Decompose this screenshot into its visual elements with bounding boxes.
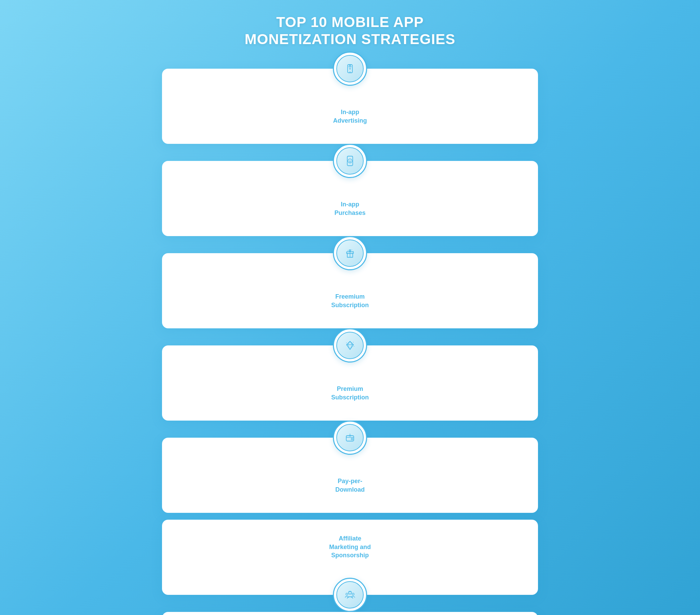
icon-ring-outer [333, 52, 367, 86]
icon-premium-wrapper: ✦ ✦ ✦ [333, 328, 367, 363]
card-pay-per-download: Pay-per-Download [162, 438, 538, 513]
svg-text:✦: ✦ [347, 249, 349, 251]
label-affiliate-marketing: AffiliateMarketing andSponsorship [329, 535, 371, 559]
icon-ring-inner-2: $ [336, 147, 364, 175]
card-email-marketing: EmailMarketing ★ ✦ [162, 612, 538, 615]
users-megaphone-icon [344, 589, 356, 601]
svg-text:✦: ✦ [353, 346, 355, 347]
icon-ring-outer-5 [333, 421, 367, 455]
svg-point-20 [346, 593, 348, 595]
label-pay-per-download: Pay-per-Download [335, 477, 365, 494]
icon-in-app-purchases-wrapper: $ [333, 144, 367, 178]
svg-text:✦: ✦ [353, 250, 354, 252]
icon-ppd-wrapper [333, 421, 367, 455]
bottom-row: AffiliateMarketing andSponsorship [162, 520, 538, 615]
card-in-app-purchases: $ In-appPurchases [162, 161, 538, 236]
icon-ring-outer-6 [333, 578, 367, 612]
icon-freemium-wrapper: ✦ ✦ ✦ [333, 236, 367, 270]
icon-ring-outer-3: ✦ ✦ ✦ [333, 236, 367, 270]
label-freemium-subscription: FreemiumSubscription [331, 292, 369, 309]
svg-point-17 [351, 438, 353, 440]
svg-point-19 [349, 591, 351, 594]
icon-ring-inner-4: ✦ ✦ ✦ [336, 332, 364, 359]
megaphone-mobile-icon [344, 63, 356, 75]
icon-ring-inner [336, 55, 364, 82]
svg-text:✦: ✦ [346, 342, 347, 344]
label-premium-subscription: PremiumSubscription [331, 385, 369, 401]
icon-ring-inner-3: ✦ ✦ ✦ [336, 239, 364, 267]
icon-affiliate-wrapper [333, 578, 367, 612]
svg-text:✦: ✦ [353, 342, 354, 343]
icon-ring-outer-4: ✦ ✦ ✦ [333, 328, 367, 363]
main-container: TOP 10 MOBILE APP MONETIZATION STRATEGIE… [162, 14, 538, 615]
mobile-dollar-icon: $ [344, 155, 356, 167]
diamond-icon: ✦ ✦ ✦ [344, 339, 356, 352]
card-in-app-advertising: In-appAdvertising [162, 69, 538, 144]
page-title: TOP 10 MOBILE APP MONETIZATION STRATEGIE… [162, 14, 538, 48]
label-in-app-advertising: In-appAdvertising [333, 108, 367, 125]
card-affiliate-marketing: AffiliateMarketing andSponsorship [162, 520, 538, 595]
card-freemium-subscription: ✦ ✦ ✦ FreemiumSubscription [162, 253, 538, 328]
icon-ring-inner-6 [336, 581, 364, 608]
top-row: In-appAdvertising $ In-appPurchases [162, 69, 538, 513]
wallet-download-icon [344, 431, 356, 444]
label-in-app-purchases: In-appPurchases [334, 200, 365, 217]
svg-point-21 [352, 593, 354, 595]
svg-point-2 [349, 65, 351, 66]
card-premium-subscription: ✦ ✦ ✦ PremiumSubscription [162, 346, 538, 421]
svg-text:$: $ [349, 160, 351, 163]
icon-ring-outer-2: $ [333, 144, 367, 178]
gift-stars-icon: ✦ ✦ ✦ [344, 247, 356, 259]
icon-ring-inner-5 [336, 424, 364, 451]
svg-marker-10 [347, 341, 353, 350]
icon-in-app-advertising-wrapper [333, 52, 367, 86]
